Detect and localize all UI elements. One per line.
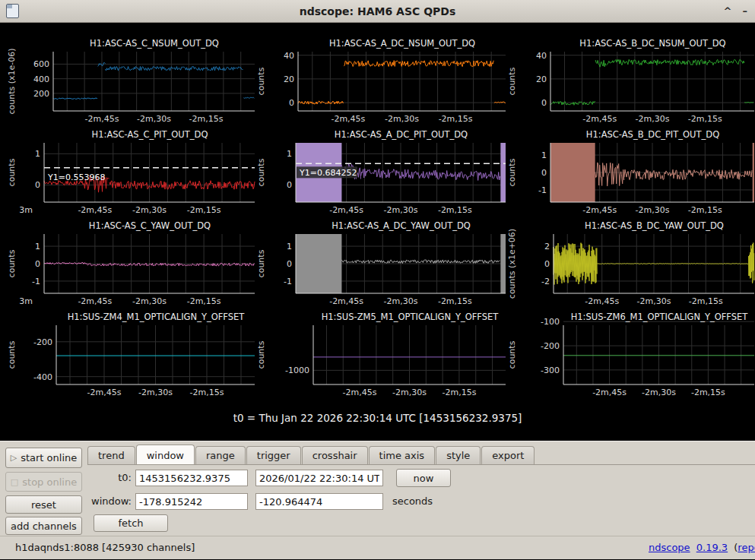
plot-svg: -200-400-2m,45s-2m,30s-2m,15sH1:SUS-ZM4_… — [6, 310, 255, 401]
x-tick-label: -2m,30s — [384, 205, 418, 215]
t0-gps-input[interactable] — [135, 470, 248, 486]
y-axis-label: counts — [256, 67, 266, 95]
plot-cell-10[interactable]: -1000-2m,45s-2m,30s-2m,15sH1:SUS-ZM5_M1_… — [255, 310, 506, 401]
y-axis-label: counts (x1e-06) — [7, 48, 17, 114]
plot-grid: 200400600-2m,45s-2m,30s-2m,15sH1:ASC-AS_… — [0, 36, 755, 401]
tab-trend[interactable]: trend — [87, 446, 135, 464]
t0-display: t0 = Thu Jan 22 2026 22:30:14 UTC [14531… — [0, 401, 755, 441]
plot-cell-8[interactable]: -202-2m,45s-2m,30s-2m,15sH1:ASC-AS_B_DC_… — [506, 219, 755, 310]
x-tick-label: -2m,30s — [636, 114, 670, 124]
minimize-button[interactable]: – — [743, 0, 748, 23]
plot-title: H1:ASC-AS_A_DC_PIT_OUT_DQ — [335, 129, 468, 140]
x-tick-label: -2m,15s — [439, 114, 473, 124]
y-tick-label: -1 — [32, 277, 40, 286]
plot-cell-9[interactable]: -200-400-2m,45s-2m,30s-2m,15sH1:SUS-ZM4_… — [6, 310, 255, 401]
plot-svg: 02040-2m,45s-2m,30s-2m,15sH1:ASC-AS_A_DC… — [255, 36, 506, 128]
add-channels-button[interactable]: add channels — [5, 517, 82, 535]
plot-svg: Y1=0.68425201-2m,45s-2m,30s-2m,15sH1:ASC… — [255, 128, 506, 219]
plot-title: H1:ASC-AS_B_DC_NSUM_OUT_DQ — [579, 38, 725, 49]
y-tick-label: -1000 — [285, 365, 309, 375]
x-tick-label: -2m,30s — [132, 205, 167, 215]
title-bar: ndscope: HAM6 ASC QPDs ^ – — [0, 0, 755, 23]
x-tick-label: -2m,45s — [78, 205, 112, 215]
plot-cell-6[interactable]: -101-2m,45s-2m,30s-2m,15s3mH1:ASC-AS_C_Y… — [6, 219, 255, 310]
tab-crosshair[interactable]: crosshair — [302, 446, 368, 464]
x-tick-label: -2m,30s — [642, 388, 676, 397]
control-panel: ▷ start online □ stop online reset add c… — [0, 441, 755, 536]
x-tick-label: -2m,15s — [187, 205, 221, 215]
y-tick-label: 0 — [287, 180, 292, 190]
x-tick-label: -2m,45s — [329, 296, 363, 306]
y-tick-label: 0 — [287, 259, 292, 269]
x-tick-label: -2m,15s — [688, 205, 722, 215]
plot-cell-5[interactable]: -101-2m,45s-2m,30s-2m,15sH1:ASC-AS_B_DC_… — [506, 128, 755, 219]
x-tick-label: -2m,15s — [438, 296, 472, 306]
y-tick-label: 1 — [541, 150, 547, 160]
add-channels-label: add channels — [11, 520, 77, 532]
y-tick-label: 0 — [289, 98, 294, 108]
x-tick-label: -2m,45s — [331, 114, 365, 124]
y-tick-label: -400 — [33, 372, 52, 382]
tab-time-axis[interactable]: time axis — [369, 446, 436, 464]
x-tick-label: -2m,15s — [442, 388, 476, 397]
version-link[interactable]: 0.19.3 — [696, 542, 728, 553]
y-axis-label: counts — [256, 249, 266, 277]
tab-style[interactable]: style — [436, 446, 481, 464]
x-tick-label: -2m,30s — [138, 388, 173, 397]
y-tick-label: 1 — [287, 149, 292, 159]
plot-cell-11[interactable]: -100-200-300-2m,45s-2m,30s-2m,15sH1:SUS-… — [506, 310, 755, 401]
x-tick-label: -2m,45s — [343, 388, 377, 397]
seconds-label: seconds — [392, 495, 433, 507]
plot-svg: 02040-2m,45s-2m,30s-2m,15sH1:ASC-AS_B_DC… — [506, 36, 755, 128]
plot-title: H1:ASC-AS_C_PIT_OUT_DQ — [92, 129, 208, 140]
plot-title: H1:SUS-ZM5_M1_OPTICALIGN_Y_OFFSET — [322, 312, 500, 322]
status-bar: h1daqnds1:8088 [425930 channels] ndscope… — [0, 536, 755, 559]
plot-svg: -101-2m,45s-2m,30s-2m,15sH1:ASC-AS_B_DC_… — [506, 128, 755, 219]
ndscope-link[interactable]: ndscope — [649, 542, 690, 553]
y-tick-label: 1 — [35, 242, 40, 252]
y-tick-label: -200 — [33, 337, 52, 347]
shade-button[interactable]: ^ — [724, 0, 732, 23]
report-bug-link[interactable]: report bug) — [738, 542, 755, 553]
plot-svg: -100-200-300-2m,45s-2m,30s-2m,15sH1:SUS-… — [506, 310, 755, 401]
x-tick-label: -2m,15s — [438, 205, 472, 215]
y-tick-label: 1 — [287, 242, 292, 252]
tab-export[interactable]: export — [481, 446, 535, 464]
plot-cell-2[interactable]: 02040-2m,45s-2m,30s-2m,15sH1:ASC-AS_B_DC… — [506, 36, 755, 128]
x-tick-label: -2m,45s — [582, 114, 617, 124]
y-tick-label: 40 — [284, 51, 294, 61]
x-tick-label: -2m,30s — [637, 296, 671, 306]
x-tick-label: -2m,30s — [137, 114, 171, 124]
window-start-input[interactable] — [135, 493, 248, 510]
play-icon: ▷ — [11, 453, 17, 463]
plot-title: H1:SUS-ZM4_M1_OPTICALIGN_Y_OFFSET — [68, 312, 246, 322]
y-tick-label: -300 — [541, 365, 560, 375]
plot-cell-3[interactable]: Y1=0.55396801-2m,45s-2m,30s-2m,15s3mH1:A… — [6, 128, 255, 219]
window-title: ndscope: HAM6 ASC QPDs — [0, 5, 755, 17]
fetch-button[interactable]: fetch — [94, 514, 168, 532]
y-axis-label: counts — [507, 67, 517, 95]
tab-trigger[interactable]: trigger — [246, 446, 301, 464]
plot-cell-4[interactable]: Y1=0.68425201-2m,45s-2m,30s-2m,15sH1:ASC… — [255, 128, 506, 219]
tab-range[interactable]: range — [195, 446, 246, 464]
tab-bar: trend window range trigger crosshair tim… — [87, 445, 755, 465]
y-axis-label: counts — [7, 158, 17, 186]
now-button[interactable]: now — [396, 469, 451, 487]
y-axis-label: counts — [256, 158, 266, 186]
t0-utc-input[interactable] — [255, 470, 383, 486]
start-online-button[interactable]: ▷ start online — [5, 448, 82, 468]
plot-cell-7[interactable]: -101-2m,45s-2m,30s-2m,15sH1:ASC-AS_A_DC_… — [255, 219, 506, 310]
plot-cell-0[interactable]: 200400600-2m,45s-2m,30s-2m,15sH1:ASC-AS_… — [6, 36, 255, 128]
x-tick-label: -2m,45s — [329, 205, 363, 215]
plot-svg: -101-2m,45s-2m,30s-2m,15sH1:ASC-AS_A_DC_… — [255, 219, 506, 310]
window-stop-input[interactable] — [255, 493, 383, 510]
plot-title: H1:ASC-AS_B_DC_PIT_OUT_DQ — [586, 129, 719, 140]
plot-svg: Y1=0.55396801-2m,45s-2m,30s-2m,15s3mH1:A… — [6, 128, 255, 219]
plot-region: 200400600-2m,45s-2m,30s-2m,15sH1:ASC-AS_… — [0, 23, 755, 441]
y-tick-label: -2 — [541, 277, 550, 286]
plot-cell-1[interactable]: 02040-2m,45s-2m,30s-2m,15sH1:ASC-AS_A_DC… — [255, 36, 506, 128]
tab-window[interactable]: window — [136, 445, 195, 464]
x-tick-label: -2m,45s — [78, 296, 112, 306]
y-axis-label: counts — [507, 158, 517, 186]
x-tick-label: -2m,15s — [688, 114, 722, 124]
